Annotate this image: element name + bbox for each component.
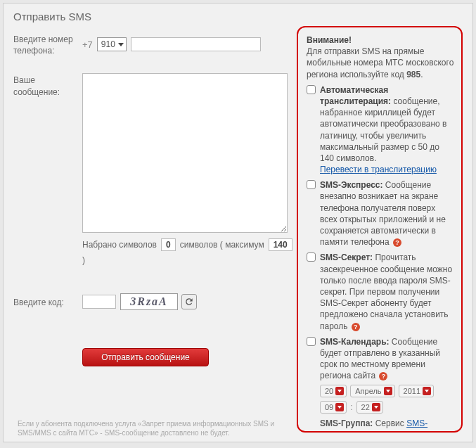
captcha-label: Введите код: xyxy=(13,295,82,308)
captcha-refresh-button[interactable] xyxy=(181,294,197,309)
checkbox-secret[interactable] xyxy=(307,252,316,262)
minute-value: 22 xyxy=(361,403,370,411)
max-count: 140 xyxy=(269,238,292,251)
day-value: 20 xyxy=(325,387,333,395)
phone-code-select[interactable]: 910 xyxy=(97,37,127,51)
opt-express-title: SMS-Экспресс: xyxy=(320,180,383,190)
month-select[interactable]: Апрель xyxy=(350,385,394,397)
opt-calendar-title: SMS-Календарь: xyxy=(320,337,390,347)
mid-label: символов ( максимум xyxy=(180,240,264,250)
opt-express-text: Сообщение внезапно возникает на экране т… xyxy=(320,180,446,247)
checkbox-calendar[interactable] xyxy=(307,337,316,346)
phone-label: Введите номер телефона: xyxy=(13,32,82,56)
phone-prefix: +7 xyxy=(82,39,93,50)
warn-title: Внимание! xyxy=(307,35,352,45)
message-label: Ваше сообщение: xyxy=(13,73,82,233)
chevron-down-icon xyxy=(118,43,124,46)
page-title: Отправить SMS xyxy=(13,11,463,23)
month-value: Апрель xyxy=(355,387,381,395)
warn-text: Для отправки SMS на прямые мобильные ном… xyxy=(307,46,454,79)
opt-secret-title: SMS-Секрет: xyxy=(320,252,373,262)
year-value: 2011 xyxy=(404,387,420,395)
info-panel: Внимание! Для отправки SMS на прямые моб… xyxy=(297,26,463,433)
group-title: SMS-Группа: xyxy=(320,418,373,428)
hour-select[interactable]: 09 xyxy=(320,401,347,414)
typed-label: Набрано символов xyxy=(82,240,157,250)
hour-value: 09 xyxy=(325,403,333,411)
translit-link[interactable]: Перевести в транслитерацию xyxy=(320,165,437,174)
message-textarea[interactable] xyxy=(82,73,288,233)
opt-translit-text: сообщение, набранное кириллицей будет ав… xyxy=(320,96,446,163)
chevron-down-icon xyxy=(384,387,392,395)
checkbox-express[interactable] xyxy=(307,180,316,189)
time-separator: : xyxy=(350,402,352,412)
minute-select[interactable]: 22 xyxy=(356,401,383,414)
opt-secret-text: Прочитать засекреченное сообщение можно … xyxy=(320,252,452,331)
chevron-down-icon xyxy=(335,387,344,395)
help-icon[interactable]: ? xyxy=(352,323,360,331)
help-icon[interactable]: ? xyxy=(379,372,387,380)
group-pre: Сервис xyxy=(373,418,406,428)
warn-code: 985 xyxy=(406,70,420,79)
chevron-down-icon xyxy=(335,403,344,411)
checkbox-translit[interactable] xyxy=(307,85,316,94)
phone-number-input[interactable] xyxy=(131,37,261,51)
captcha-input[interactable] xyxy=(82,295,116,309)
footnote: Если у абонента подключена услуга «Запре… xyxy=(18,419,297,437)
end-label: ) xyxy=(82,255,85,265)
help-icon[interactable]: ? xyxy=(393,238,401,247)
captcha-image: 3RzaA xyxy=(120,293,178,310)
opt-translit-title: Автоматическая транслитерация: xyxy=(320,85,391,106)
chevron-down-icon xyxy=(372,403,380,411)
refresh-icon xyxy=(184,297,194,307)
typed-count: 0 xyxy=(161,238,176,251)
phone-code-value: 910 xyxy=(101,39,115,49)
chevron-down-icon xyxy=(423,387,431,395)
day-select[interactable]: 20 xyxy=(320,385,347,397)
year-select[interactable]: 2011 xyxy=(399,385,434,397)
send-button[interactable]: Отправить сообщение xyxy=(82,348,209,366)
